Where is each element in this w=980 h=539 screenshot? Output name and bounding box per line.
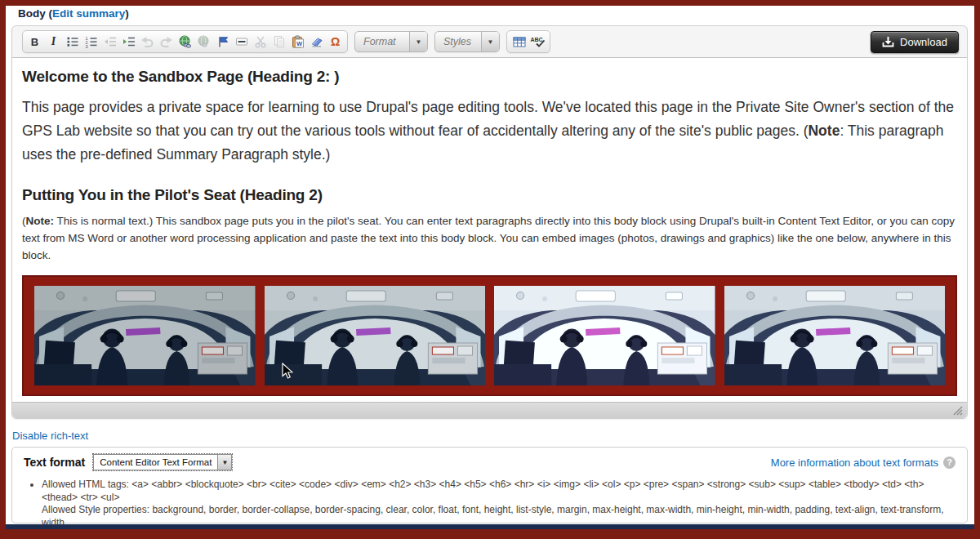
text-format-label: Text format: [24, 456, 85, 469]
copy-button: [270, 32, 288, 51]
embedded-cockpit-image[interactable]: [22, 275, 957, 396]
text-format-select-arrow-icon: ▼: [217, 454, 232, 470]
undo-button: [138, 32, 157, 51]
horizontal-rule-icon: [235, 35, 248, 48]
svg-text:ABC: ABC: [530, 37, 542, 42]
svg-text:3: 3: [85, 44, 87, 48]
insert-link-button[interactable]: [176, 32, 194, 51]
table-icon: [513, 36, 526, 48]
disable-rich-text-link[interactable]: Disable rich-text: [12, 430, 88, 442]
rich-text-editor: B I 123: [11, 25, 968, 419]
styles-dropdown[interactable]: Styles ▼: [434, 31, 500, 52]
cockpit-photo: [494, 286, 715, 385]
body-field-label: Body (Edit summary): [18, 7, 129, 20]
unlink-icon: [197, 35, 211, 48]
download-button-label: Download: [900, 36, 947, 48]
cut-button: [251, 32, 270, 51]
spell-check-icon: ABC: [530, 35, 546, 48]
spell-check-button[interactable]: ABC: [528, 32, 547, 51]
bold-icon: B: [31, 36, 38, 48]
cockpit-photo: [265, 286, 486, 385]
toolbar-table-group: ABC: [506, 30, 550, 53]
normal-paragraph-text: This is normal text.) This sandbox page …: [22, 215, 955, 261]
bulleted-list-icon: [66, 35, 79, 48]
field-label-text: Body: [18, 7, 46, 20]
svg-text:W: W: [296, 40, 303, 47]
editor-toolbar: B I 123: [12, 26, 967, 57]
heading-pilot-seat: Putting You in the Pilot's Seat (Heading…: [22, 186, 957, 204]
cockpit-photo-graphic: [265, 286, 486, 385]
bulleted-list-button[interactable]: [63, 32, 82, 51]
more-info-link[interactable]: More information about text formats: [771, 457, 938, 469]
cockpit-photo: [724, 286, 946, 385]
unlink-button: [194, 32, 213, 51]
paste-from-word-button[interactable]: W: [288, 32, 307, 51]
bottom-rule: [6, 524, 974, 530]
format-dropdown[interactable]: Format ▼: [354, 31, 428, 52]
styles-dropdown-arrow-icon: ▼: [481, 32, 499, 51]
help-icon: ?: [943, 457, 956, 469]
anchor-button[interactable]: [213, 32, 232, 51]
horizontal-rule-button[interactable]: [232, 32, 251, 51]
cut-scissors-icon: [254, 35, 267, 48]
normal-paragraph: (Note: This is normal text.) This sandbo…: [22, 212, 957, 264]
text-format-selected-option: Content Editor Text Format: [93, 454, 217, 470]
remove-format-button[interactable]: [307, 32, 326, 51]
allowed-html-tags: Allowed HTML tags: <a> <abbr> <blockquot…: [42, 479, 956, 504]
paste-from-word-icon: W: [292, 35, 305, 48]
redo-button: [157, 32, 176, 51]
download-button[interactable]: Download: [871, 31, 959, 53]
paren-close: ): [125, 7, 129, 20]
text-format-fieldset: Text format Content Editor Text Format ▼…: [11, 447, 968, 523]
editor-bottom-bar: [12, 402, 967, 418]
italic-icon: I: [51, 35, 56, 48]
indent-button[interactable]: [119, 32, 138, 51]
insert-table-button[interactable]: [510, 32, 528, 51]
cockpit-photo-graphic: [34, 286, 256, 385]
eraser-icon: [310, 35, 323, 48]
italic-button[interactable]: I: [44, 32, 63, 51]
text-format-row: Text format Content Editor Text Format ▼…: [24, 453, 956, 471]
numbered-list-button[interactable]: 123: [82, 32, 100, 51]
heading-welcome: Welcome to the Sandbox Page (Heading 2: …: [22, 68, 957, 86]
styles-dropdown-label: Styles: [435, 32, 481, 51]
outdent-button: [100, 32, 119, 51]
format-guidelines-list: Allowed HTML tags: <a> <abbr> <blockquot…: [30, 479, 956, 529]
text-format-select[interactable]: Content Editor Text Format ▼: [92, 453, 233, 471]
editor-content-area[interactable]: Welcome to the Sandbox Page (Heading 2: …: [12, 57, 967, 403]
toolbar-main-group: B I 123: [22, 30, 348, 53]
bold-button[interactable]: B: [25, 32, 44, 51]
summary-paragraph-note: Note: [808, 122, 840, 139]
cockpit-photo-graphic: [724, 286, 946, 385]
link-icon: [178, 35, 192, 48]
omega-icon: Ω: [331, 35, 340, 48]
format-guidelines-item: Allowed HTML tags: <a> <abbr> <blockquot…: [42, 479, 956, 529]
anchor-flag-icon: [216, 35, 229, 48]
format-dropdown-arrow-icon: ▼: [409, 32, 427, 51]
normal-paragraph-note: Note:: [26, 215, 55, 227]
undo-icon: [140, 35, 154, 48]
copy-icon: [273, 35, 286, 48]
resize-grip[interactable]: [951, 406, 963, 416]
summary-paragraph: This page provides a private space for l…: [22, 96, 957, 167]
format-dropdown-label: Format: [355, 32, 409, 51]
cockpit-photo-graphic: [494, 286, 715, 385]
numbered-list-icon: 123: [85, 35, 98, 48]
redo-icon: [159, 35, 173, 48]
edit-summary-link[interactable]: Edit summary: [52, 7, 125, 20]
indent-icon: [122, 35, 136, 48]
outdent-icon: [104, 35, 117, 48]
special-character-button[interactable]: Ω: [326, 32, 345, 51]
download-icon: [882, 36, 894, 47]
cockpit-photo: [34, 286, 256, 385]
